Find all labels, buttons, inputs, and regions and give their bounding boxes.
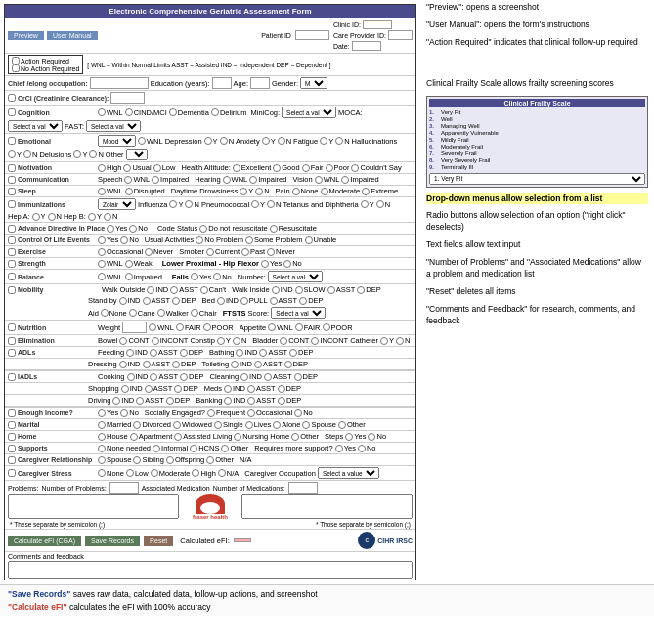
- lv-liv[interactable]: [245, 421, 253, 429]
- other-emotional[interactable]: [126, 149, 148, 160]
- clean-dep[interactable]: [294, 373, 302, 381]
- nutr-fair[interactable]: [176, 323, 184, 331]
- bank-ind[interactable]: [224, 397, 232, 405]
- cgrel-sib[interactable]: [133, 456, 141, 464]
- infl-y[interactable]: [169, 200, 177, 208]
- aid-chair[interactable]: [191, 309, 198, 317]
- ua-un[interactable]: [305, 236, 313, 244]
- toil-ind[interactable]: [231, 361, 239, 368]
- bal-wnl[interactable]: [98, 273, 106, 280]
- ex-occ[interactable]: [98, 248, 106, 256]
- clean-asst[interactable]: [264, 373, 272, 381]
- hr-wnl[interactable]: [223, 176, 231, 184]
- toil-dep[interactable]: [284, 361, 292, 368]
- lv-spouse[interactable]: [302, 421, 310, 429]
- fast-select[interactable]: Select a val: [86, 120, 141, 132]
- bank-dep[interactable]: [278, 397, 285, 405]
- steps-n[interactable]: [368, 433, 375, 441]
- infl-n[interactable]: [185, 200, 193, 208]
- save-records-button[interactable]: Save Records: [85, 536, 140, 546]
- cgrel-other[interactable]: [206, 456, 214, 464]
- wo-cant[interactable]: [200, 286, 208, 294]
- adip-y[interactable]: [107, 225, 114, 233]
- pain-none[interactable]: [292, 188, 300, 195]
- inc-n[interactable]: [120, 409, 128, 417]
- sm-past[interactable]: [241, 248, 249, 256]
- hr-imp[interactable]: [249, 176, 257, 184]
- iadls-checkbox[interactable]: [8, 373, 16, 381]
- cognition-checkbox[interactable]: [8, 108, 16, 116]
- sb-ind[interactable]: [119, 297, 127, 305]
- occupation-input[interactable]: [90, 77, 149, 89]
- cle-y[interactable]: [98, 236, 106, 244]
- dress-ind[interactable]: [119, 361, 127, 368]
- cog-dementia[interactable]: [169, 108, 177, 116]
- num-med-input[interactable]: [288, 482, 318, 494]
- meds-asst[interactable]: [247, 385, 255, 393]
- hal-y[interactable]: [8, 150, 16, 158]
- adls-checkbox[interactable]: [8, 349, 16, 357]
- crcl-input[interactable]: [110, 92, 145, 104]
- cgstr-none[interactable]: [98, 469, 106, 477]
- calculate-efi-button[interactable]: Calculate eFI (CGA): [8, 536, 81, 546]
- bath-ind[interactable]: [236, 349, 243, 357]
- wi-ind[interactable]: [272, 286, 280, 294]
- bal-imp[interactable]: [125, 273, 133, 280]
- str-checkbox[interactable]: [8, 260, 16, 268]
- sp-wnl[interactable]: [124, 176, 132, 184]
- home-checkbox[interactable]: [8, 433, 16, 441]
- home-apt[interactable]: [130, 433, 138, 441]
- hepb-n[interactable]: [104, 213, 111, 221]
- shop-asst[interactable]: [145, 385, 153, 393]
- reqsup-n[interactable]: [358, 445, 366, 452]
- con-n[interactable]: [233, 337, 240, 345]
- cgstr-checkbox[interactable]: [8, 469, 16, 477]
- pneu-n[interactable]: [267, 200, 275, 208]
- ha-good[interactable]: [273, 164, 281, 172]
- education-input[interactable]: [212, 77, 232, 89]
- bwl-incont[interactable]: [152, 337, 159, 345]
- bed-pull[interactable]: [240, 297, 248, 305]
- sleep-checkbox[interactable]: [8, 188, 16, 195]
- dep-y[interactable]: [204, 137, 212, 145]
- wi-asst[interactable]: [327, 286, 335, 294]
- cook-asst[interactable]: [150, 373, 157, 381]
- emotional-checkbox[interactable]: [8, 137, 16, 145]
- hepb-y[interactable]: [88, 213, 96, 221]
- mot-usual[interactable]: [123, 164, 131, 172]
- problems-textarea[interactable]: [8, 494, 179, 519]
- wo-ind[interactable]: [147, 286, 154, 294]
- del-y[interactable]: [73, 150, 81, 158]
- mar-div[interactable]: [133, 421, 141, 429]
- anx-n[interactable]: [278, 137, 285, 145]
- fls-n[interactable]: [213, 273, 221, 280]
- patient-id-input[interactable]: [295, 30, 329, 40]
- cgstr-na[interactable]: [218, 469, 226, 477]
- cle-n[interactable]: [120, 236, 128, 244]
- slp-wnl[interactable]: [98, 188, 106, 195]
- bwl-cont[interactable]: [119, 337, 127, 345]
- ex-nev[interactable]: [145, 248, 153, 256]
- home-house[interactable]: [98, 433, 106, 441]
- fat-n[interactable]: [335, 137, 343, 145]
- mar-checkbox[interactable]: [8, 421, 16, 429]
- sup-checkbox[interactable]: [8, 445, 16, 452]
- inc-checkbox[interactable]: [8, 409, 16, 417]
- emotional-select[interactable]: Mood: [98, 135, 136, 147]
- moca-select[interactable]: Select a val: [8, 120, 63, 132]
- mar-wid[interactable]: [173, 421, 181, 429]
- adip-n[interactable]: [129, 225, 137, 233]
- motivation-checkbox[interactable]: [8, 164, 16, 172]
- lv-alone[interactable]: [273, 421, 281, 429]
- gender-select[interactable]: MF: [300, 77, 327, 89]
- cath-n[interactable]: [396, 337, 404, 345]
- toil-asst[interactable]: [254, 361, 262, 368]
- cs-res[interactable]: [270, 225, 278, 233]
- mot-low[interactable]: [153, 164, 161, 172]
- cook-ind[interactable]: [127, 373, 135, 381]
- cgrel-off[interactable]: [166, 456, 174, 464]
- sup-other[interactable]: [221, 445, 229, 452]
- ha-excellent[interactable]: [233, 164, 240, 172]
- pain-ext[interactable]: [362, 188, 370, 195]
- mar-mar[interactable]: [98, 421, 106, 429]
